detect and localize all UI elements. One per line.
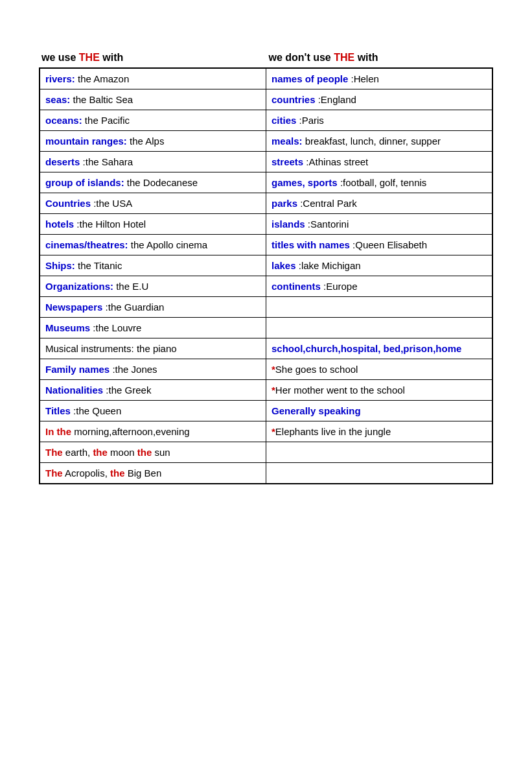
table-row: Ships: the Titaniclakes :lake Michigan [40,255,492,276]
table-cell-right: lakes :lake Michigan [266,255,493,276]
table-cell-left: The Acropolis, the Big Ben [40,463,266,484]
table-cell-right: games, sports :football, golf, tennis [266,172,493,193]
table-cell-right: cities :Paris [266,110,493,131]
table-row: hotels :the Hilton Hotelislands :Santori… [40,214,492,235]
table-cell-left: deserts :the Sahara [40,152,266,172]
intro-right: we don't use THE with [266,52,494,64]
intro-left: we use THE with [39,52,266,64]
table-row: Nationalities :the Greek*Her mother went… [40,380,492,401]
table-cell-left: Countries :the USA [40,193,266,214]
table-row: In the morning,afternoon,evening*Elephan… [40,421,492,442]
table-cell-right: islands :Santorini [266,214,493,235]
table-cell-right: *She goes to school [266,359,493,380]
article-table: rivers: the Amazonnames of people :Helen… [39,67,493,484]
table-cell-right [266,463,493,484]
table-row: Newspapers :the Guardian [40,297,492,318]
table-row: group of islands: the Dodecanesegames, s… [40,172,492,193]
table-row: Organizations: the E.Ucontinents :Europe [40,276,492,297]
table-cell-left: Nationalities :the Greek [40,380,266,401]
table-cell-left: hotels :the Hilton Hotel [40,214,266,235]
page-title [39,19,493,36]
table-row: Family names :the Jones*She goes to scho… [40,359,492,380]
table-cell-left: oceans: the Pacific [40,110,266,131]
table-row: oceans: the Pacificcities :Paris [40,110,492,131]
table-cell-left: seas: the Baltic Sea [40,89,266,110]
table-cell-left: Newspapers :the Guardian [40,297,266,318]
table-row: Musical instruments: the pianoschool,chu… [40,338,492,359]
table-cell-left: Organizations: the E.U [40,276,266,297]
table-row: cinemas/theatres: the Apollo cinematitle… [40,235,492,255]
table-cell-right: parks :Central Park [266,193,493,214]
table-row: deserts :the Saharastreets :Athinas stre… [40,152,492,172]
table-cell-left: Museums :the Louvre [40,318,266,338]
table-row: mountain ranges: the Alpsmeals: breakfas… [40,131,492,152]
table-row: Titles :the QueenGenerally speaking [40,401,492,421]
table-cell-right: streets :Athinas street [266,152,493,172]
table-cell-right: *Elephants live in the jungle [266,421,493,442]
table-cell-left: In the morning,afternoon,evening [40,421,266,442]
table-cell-left: The earth, the moon the sun [40,442,266,463]
table-cell-right [266,297,493,318]
table-row: rivers: the Amazonnames of people :Helen [40,68,492,89]
table-cell-right: Generally speaking [266,401,493,421]
table-cell-left: Family names :the Jones [40,359,266,380]
table-cell-right: titles with names :Queen Elisabeth [266,235,493,255]
table-cell-right: names of people :Helen [266,68,493,89]
table-cell-left: cinemas/theatres: the Apollo cinema [40,235,266,255]
table-row: Museums :the Louvre [40,318,492,338]
table-row: seas: the Baltic Seacountries :England [40,89,492,110]
table-cell-left: mountain ranges: the Alps [40,131,266,152]
table-cell-right [266,318,493,338]
table-cell-right: school,church,hospital, bed,prison,home [266,338,493,359]
table-row: The earth, the moon the sun [40,442,492,463]
table-cell-left: Titles :the Queen [40,401,266,421]
table-cell-right: *Her mother went to the school [266,380,493,401]
table-cell-right: continents :Europe [266,276,493,297]
table-cell-left: Musical instruments: the piano [40,338,266,359]
table-row: The Acropolis, the Big Ben [40,463,492,484]
table-row: Countries :the USAparks :Central Park [40,193,492,214]
table-cell-left: group of islands: the Dodecanese [40,172,266,193]
table-cell-right: meals: breakfast, lunch, dinner, supper [266,131,493,152]
table-cell-right [266,442,493,463]
table-cell-left: Ships: the Titanic [40,255,266,276]
table-cell-left: rivers: the Amazon [40,68,266,89]
table-cell-right: countries :England [266,89,493,110]
